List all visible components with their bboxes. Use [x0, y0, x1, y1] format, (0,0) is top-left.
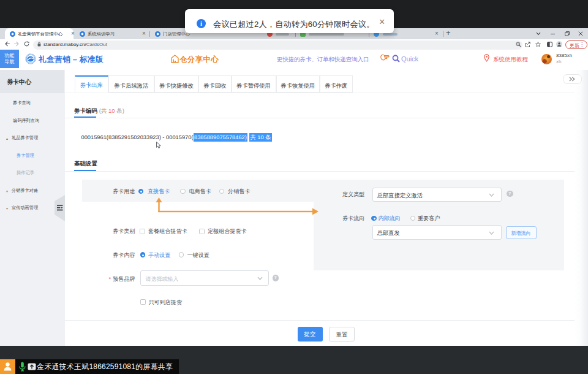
- checkbox-package-combo[interactable]: [140, 229, 145, 234]
- tab-favicon: [10, 31, 15, 37]
- section-basic-divider: [65, 171, 575, 172]
- quick-label[interactable]: Quick: [401, 55, 418, 63]
- nav-label-1: 功能: [4, 53, 14, 58]
- radio-manual-setting[interactable]: [140, 252, 146, 258]
- tab-favicon: [155, 31, 160, 37]
- chevron-down-icon: [489, 193, 494, 197]
- sidebar-collapse-handle[interactable]: [55, 195, 65, 221]
- profile-icon[interactable]: [556, 41, 562, 47]
- tab-label: 券卡出库: [75, 82, 108, 90]
- chrome-update-button[interactable]: 更新 ⋮: [565, 40, 587, 49]
- radio-label-ecommerce-sale[interactable]: 电商售卡: [189, 188, 211, 196]
- checkbox-fixed-combo[interactable]: [199, 229, 205, 234]
- label-card-content: 券卡内容: [113, 251, 135, 259]
- user-avatar[interactable]: [541, 54, 552, 64]
- radio-one-click-setting[interactable]: [179, 252, 184, 258]
- tab-label: 券卡后续激活: [109, 82, 154, 90]
- sidebar-group-distribution[interactable]: 分销券卡对账: [12, 188, 38, 194]
- share-icon[interactable]: [525, 42, 530, 47]
- screen-share-text: 金禾通技术王斌18662591081的屏幕共享: [37, 362, 173, 372]
- checkbox-store-pickup-only[interactable]: [140, 299, 146, 305]
- expand-arrow-icon: ▼: [6, 189, 9, 193]
- person-icon: [3, 362, 12, 372]
- user-subname: xh: [556, 59, 561, 64]
- sidebar-item-card-query[interactable]: 券卡查询: [13, 100, 31, 106]
- codes-selected-count: 共 10 条: [249, 133, 272, 142]
- bookmark-star-icon[interactable]: [535, 42, 541, 47]
- browser-tab-1[interactable]: 礼盒营销平台管理中心 ×: [5, 28, 74, 39]
- checkbox-label-package-combo[interactable]: 套餐组合提货卡: [148, 227, 187, 235]
- toast-message: 会议已超过2人，自动转为60分钟限时会议。: [213, 19, 375, 30]
- tab-cards-out[interactable]: 券卡出库: [75, 75, 108, 93]
- define-type-help-icon[interactable]: ?: [507, 191, 513, 197]
- mouse-cursor: [156, 142, 162, 149]
- function-nav-button[interactable]: 功能导航: [0, 50, 19, 69]
- window-close-button[interactable]: [578, 31, 583, 36]
- side-panel-icon[interactable]: [547, 42, 552, 47]
- radio-label-one-click-setting[interactable]: 一键设置: [187, 251, 209, 259]
- tab-close-icon[interactable]: ×: [71, 29, 75, 38]
- presale-brand-select[interactable]: 请选择或输入: [140, 270, 270, 286]
- menu-dots-icon[interactable]: ⋮: [579, 42, 584, 47]
- toast-close-icon[interactable]: ×: [379, 17, 385, 28]
- url-path: CardsOut: [86, 42, 107, 47]
- required-mark: *: [109, 276, 111, 282]
- page-body: 券卡中心 券卡查询 编码序列查询 ▲ 礼品券卡管理 券卡管理 操作记录 ▼ 分销…: [0, 68, 588, 346]
- meeting-toast: i 会议已超过2人，自动转为60分钟限时会议。 ×: [185, 9, 394, 33]
- add-flow-button[interactable]: 新增流向: [506, 226, 537, 239]
- radio-direct-sale[interactable]: [138, 189, 144, 194]
- radio-important-customer[interactable]: [410, 216, 416, 221]
- radio-label-important-customer[interactable]: 重要客户: [418, 215, 440, 223]
- tab-card-void[interactable]: 券卡作废: [320, 75, 353, 93]
- radio-ecommerce-sale[interactable]: [180, 189, 186, 194]
- tab-card-suspend[interactable]: 券卡暂停使用: [232, 75, 276, 93]
- lock-icon: [37, 42, 41, 47]
- tab-label: 券卡恢复使用: [277, 82, 320, 90]
- tutorial-link[interactable]: 系统使用教程: [493, 56, 528, 64]
- define-type-select[interactable]: 总部直接定义激活: [372, 188, 502, 202]
- tab-card-resume[interactable]: 券卡恢复使用: [276, 75, 320, 93]
- share-center-link[interactable]: 仓分享中心: [179, 55, 219, 65]
- zoom-icon[interactable]: [516, 42, 521, 47]
- window-minimize-button[interactable]: [551, 34, 555, 34]
- screen-share-icon: [28, 363, 36, 370]
- expand-panel-button[interactable]: [563, 74, 582, 84]
- label-card-category: 券卡类别: [113, 227, 135, 235]
- quick-search-icon[interactable]: [392, 55, 400, 63]
- sidebar-item-code-sequence-query[interactable]: 编码序列查询: [13, 118, 39, 124]
- tab-title-placeholder: [383, 33, 398, 36]
- checkbox-label-store-pickup-only[interactable]: 只可到店提货: [149, 299, 183, 307]
- tab-quick-modify[interactable]: 券卡快捷修改: [154, 75, 198, 93]
- reload-icon[interactable]: [24, 41, 29, 47]
- radio-label-internal-flow[interactable]: 内部流向: [379, 215, 401, 223]
- tab-follow-up-activation[interactable]: 券卡后续激活: [108, 75, 155, 93]
- tab-close-icon[interactable]: ×: [435, 29, 439, 38]
- radio-label-direct-sale[interactable]: 直接售卡: [148, 188, 170, 196]
- browser-tab-2[interactable]: 系统培训学习 ×: [75, 28, 149, 39]
- submit-button[interactable]: 提交: [298, 327, 323, 342]
- flow-select[interactable]: 总部直发: [372, 225, 502, 240]
- back-icon[interactable]: [5, 41, 10, 47]
- sidebar-group-gift-card-mgmt[interactable]: 礼品券卡管理: [12, 135, 38, 141]
- reset-button[interactable]: 重置: [329, 327, 355, 342]
- sidebar-item-operation-log[interactable]: 操作记录: [17, 170, 34, 176]
- radio-internal-flow[interactable]: [371, 216, 377, 221]
- tab-search-chevron-icon[interactable]: [536, 32, 541, 36]
- forward-icon[interactable]: [14, 41, 19, 47]
- sidebar-item-card-manage-active[interactable]: 券卡管理: [17, 153, 34, 159]
- update-label: 更新: [570, 42, 579, 49]
- tab-title-placeholder: [276, 33, 289, 36]
- radio-label-manual-setting[interactable]: 手动设置: [148, 251, 170, 259]
- tab-label: 券卡暂停使用: [232, 82, 276, 90]
- new-tab-button[interactable]: +: [446, 28, 451, 37]
- presale-help-icon[interactable]: ?: [273, 275, 279, 281]
- checkbox-label-fixed-combo[interactable]: 定额组合提货卡: [208, 227, 247, 235]
- sidebar-group-animation[interactable]: 宣传动画管理: [12, 205, 38, 211]
- radio-label-distribution-sale[interactable]: 分销售卡: [228, 188, 250, 196]
- share-bar-avatar-box: [0, 359, 15, 374]
- radio-distribution-sale[interactable]: [219, 189, 225, 194]
- tab-card-recycle[interactable]: 券卡回收: [198, 75, 232, 93]
- window-restore-button[interactable]: [565, 31, 570, 36]
- tab-close-icon[interactable]: ×: [142, 29, 146, 38]
- url-domain: standard.maboy.cn/: [43, 42, 86, 47]
